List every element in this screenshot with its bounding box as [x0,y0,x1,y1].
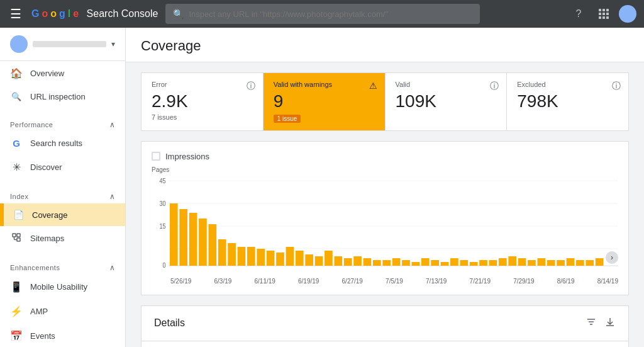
svg-rect-11 [17,238,20,241]
sidebar-item-events[interactable]: 📅 Events [0,324,125,347]
svg-text:30: 30 [160,200,166,207]
sidebar-chevron-enhancements: ∧ [109,263,116,272]
svg-rect-29 [228,243,236,266]
svg-rect-61 [538,258,546,266]
svg-rect-10 [17,234,20,237]
mobile-icon: 📱 [10,281,23,293]
valid-warnings-value: 9 [274,91,375,112]
sidebar-section-label-performance: Performance [10,121,53,128]
sidebar-chevron-index: ∧ [109,192,116,201]
chart-container: Impressions Pages 45 30 15 [141,141,629,295]
coverage-icon: 📄 [12,210,25,220]
x-label-10: 8/6/19 [557,278,575,285]
svg-rect-52 [450,258,458,266]
sidebar-item-url-inspection[interactable]: 🔍 URL inspection [0,86,125,108]
sidebar-item-mobile-usability[interactable]: 📱 Mobile Usability [0,275,125,299]
svg-rect-55 [479,260,487,266]
x-label-11: 8/14/19 [597,278,618,285]
svg-rect-6 [599,16,601,19]
x-label-2: 6/3/19 [214,278,232,285]
search-input[interactable] [189,9,472,19]
sidebar-label-overview: Overview [30,69,64,78]
sidebar-item-search-results[interactable]: G Search results [0,132,125,155]
svg-rect-59 [518,258,526,266]
sidebar-section-enhancements[interactable]: Enhancements ∧ [0,256,125,275]
svg-text:15: 15 [160,222,166,230]
sidebar-label-amp: AMP [30,307,48,316]
main-layout: ▾ 🏠 Overview 🔍 URL inspection Performanc… [0,28,644,347]
chart-next-button[interactable]: › [606,251,618,264]
download-icon[interactable] [604,316,616,331]
svg-rect-40 [334,256,342,266]
sidebar-label-discover: Discover [30,162,62,172]
valid-warnings-info-icon[interactable]: ⚠ [369,81,377,91]
sidebar-item-discover[interactable]: ✳ Discover [0,155,125,179]
summary-card-valid: Valid 109K ⓘ [386,73,508,130]
filter-icon[interactable] [586,316,597,331]
url-search-bar[interactable]: 🔍 [165,4,480,24]
svg-rect-28 [218,239,226,266]
impressions-label: Impressions [165,152,209,161]
col-trend: Trend [509,341,572,347]
svg-text:45: 45 [160,177,166,185]
sidebar-section-performance[interactable]: Performance ∧ [0,113,125,132]
svg-rect-34 [276,253,284,266]
sidebar-account[interactable]: ▾ [0,28,125,61]
events-icon: 📅 [10,330,23,342]
menu-icon[interactable]: ☰ [8,4,24,24]
apps-icon[interactable] [594,4,614,24]
valid-value: 109K [396,91,497,112]
col-validation[interactable]: Validation ↑ [413,341,509,347]
svg-rect-36 [296,251,304,266]
sidebar-section-label-enhancements: Enhancements [10,264,60,271]
x-label-3: 6/11/19 [255,278,275,285]
svg-rect-45 [382,260,391,266]
x-label-4: 6/19/19 [298,278,319,285]
svg-rect-4 [602,13,605,15]
sidebar-account-arrow: ▾ [111,40,115,48]
sidebar-item-coverage[interactable]: 📄 Coverage [0,203,125,226]
help-icon[interactable]: ? [569,4,589,24]
svg-rect-47 [402,260,410,266]
col-status: Status [142,341,211,347]
excluded-info-icon[interactable]: ⓘ [612,81,621,92]
main-content: Coverage Error 2.9K 7 issues ⓘ Valid wit… [126,28,644,347]
svg-rect-51 [441,262,449,266]
svg-rect-50 [431,260,439,266]
sidebar-item-sitemaps[interactable]: Sitemaps [0,226,125,251]
svg-rect-54 [470,262,478,266]
svg-rect-67 [596,258,604,266]
svg-rect-23 [170,203,178,266]
chart-x-labels: 5/26/19 6/3/19 6/11/19 6/19/19 6/27/19 7… [152,275,618,285]
chart-y-label: Pages [152,166,618,173]
svg-rect-24 [179,209,187,266]
error-value: 2.9K [152,91,253,112]
svg-text:0: 0 [163,261,166,269]
error-info-icon[interactable]: ⓘ [247,81,255,92]
svg-rect-58 [508,256,516,266]
summary-card-error: Error 2.9K 7 issues ⓘ [142,73,264,130]
x-label-7: 7/13/19 [426,278,447,285]
page-title: Coverage [141,38,629,54]
sitemaps-icon [10,232,23,244]
discover-icon: ✳ [10,161,23,173]
search-icon: 🔍 [173,9,184,19]
sidebar-label-mobile-usability: Mobile Usability [30,282,87,292]
valid-warnings-label: Valid with warnings [274,81,375,88]
sidebar-account-avatar [10,35,28,53]
sidebar-item-amp[interactable]: ⚡ AMP [0,299,125,324]
impressions-checkbox[interactable] [152,152,160,161]
col-type: Type [211,341,414,347]
svg-rect-48 [412,262,420,266]
sidebar-item-overview[interactable]: 🏠 Overview [0,61,125,86]
svg-rect-43 [364,258,372,266]
sidebar-section-index[interactable]: Index ∧ [0,185,125,203]
valid-info-icon[interactable]: ⓘ [490,81,499,92]
amp-icon: ⚡ [10,305,23,317]
user-avatar[interactable] [619,5,636,23]
svg-rect-64 [567,258,575,266]
svg-rect-60 [528,260,536,266]
svg-rect-57 [499,258,507,266]
svg-rect-9 [13,234,16,237]
svg-rect-0 [599,9,601,11]
